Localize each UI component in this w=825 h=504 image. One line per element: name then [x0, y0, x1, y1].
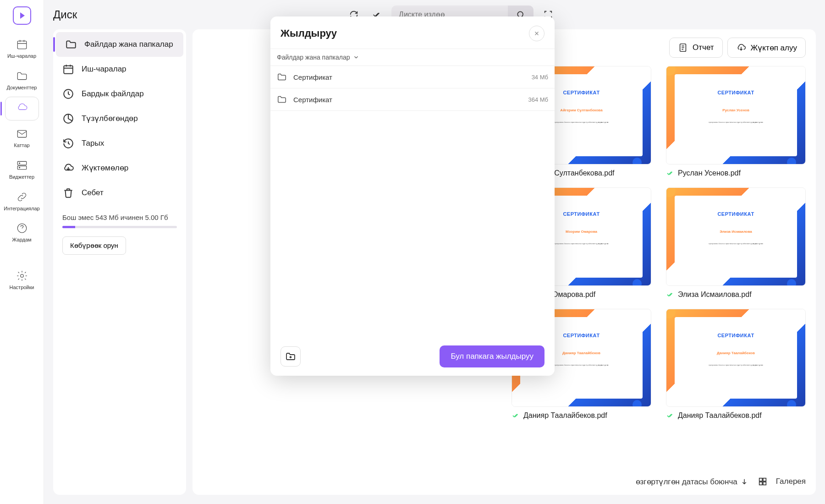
folder-icon	[277, 72, 287, 82]
close-icon	[534, 30, 540, 37]
folder-plus-icon	[285, 351, 296, 362]
modal-folder-row[interactable]: Сертификат 34 Мб	[270, 66, 555, 88]
modal-close-button[interactable]	[529, 26, 544, 41]
move-modal: Жылдыруу Файлдар жана папкалар Сертифика…	[270, 16, 555, 376]
new-folder-button[interactable]	[280, 346, 301, 367]
chevron-down-icon	[353, 54, 359, 60]
folder-icon	[277, 94, 287, 104]
folder-name: Сертификат	[293, 73, 525, 81]
folder-name: Сертификат	[293, 96, 522, 104]
folder-size: 364 Мб	[528, 96, 548, 103]
move-here-button[interactable]: Бул папкага жылдыруу	[440, 345, 544, 367]
modal-overlay: Жылдыруу Файлдар жана папкалар Сертифика…	[0, 0, 825, 504]
modal-breadcrumb[interactable]: Файлдар жана папкалар	[270, 49, 555, 66]
folder-size: 34 Мб	[532, 74, 548, 81]
modal-folder-row[interactable]: Сертификат 364 Мб	[270, 88, 555, 111]
modal-title: Жылдыруу	[280, 27, 337, 39]
